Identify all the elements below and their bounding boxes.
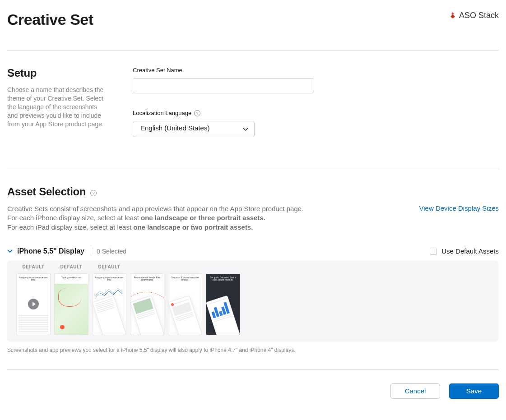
asset-thumbnail[interactable]: See posts & photos from other athletes. [168, 273, 202, 335]
asset-item: DEFAULT Analyze your performance over ti… [16, 264, 51, 335]
asset-item: Run or ride with friends. Earn achieveme… [130, 264, 164, 335]
localization-language-select[interactable]: English (United States) [133, 121, 255, 137]
cancel-button[interactable]: Cancel [390, 383, 440, 399]
asset-selection-description: Creative Sets consist of screenshots and… [7, 204, 303, 232]
use-default-assets-row[interactable]: Use Default Assets [430, 247, 499, 255]
asset-thumbnail[interactable]: Run or ride with friends. Earn achieveme… [130, 273, 164, 335]
asset-thumbnail-video[interactable]: Analyze your performance over time. [16, 273, 51, 335]
view-device-sizes-link[interactable]: View Device Display Sizes [419, 204, 499, 212]
asset-item: DEFAULT Track your ride or run. [54, 264, 88, 335]
asset-item: See posts & photos from other athletes. [168, 264, 202, 335]
asset-default-label: DEFAULT [98, 264, 121, 272]
brand-logo-icon [449, 12, 456, 19]
selection-count: 0 Selected [91, 248, 126, 255]
asset-item: Set goals. Get perks. Start a plan. All … [206, 264, 240, 335]
brand-text: ASO Stack [459, 11, 499, 20]
asset-thumbnail[interactable]: Set goals. Get perks. Start a plan. All … [206, 273, 240, 335]
help-icon[interactable]: ? [194, 110, 200, 116]
disclosure-toggle[interactable] [7, 249, 13, 253]
gallery-note: Screenshots and app previews you select … [7, 347, 499, 353]
asset-selection-section: Asset Selection ? Creative Sets consist … [7, 169, 499, 369]
localization-language-label: Localization Language ? [133, 110, 200, 116]
brand: ASO Stack [449, 11, 499, 20]
asset-item: DEFAULT Analyze your performance over ti… [92, 264, 126, 335]
page-header: Creative Set ASO Stack [7, 0, 499, 50]
display-size-title: iPhone 5.5" Display [17, 247, 84, 255]
creative-set-name-input[interactable] [133, 78, 314, 93]
creative-set-name-label: Creative Set Name [133, 67, 499, 74]
save-button[interactable]: Save [449, 383, 499, 399]
asset-thumbnail[interactable]: Track your ride or run. [54, 273, 88, 335]
setup-description: Choose a name that describes the theme o… [7, 86, 104, 128]
page-title: Creative Set [7, 11, 93, 28]
footer-actions: Cancel Save [7, 370, 499, 412]
asset-default-label: DEFAULT [23, 264, 45, 272]
asset-default-label: DEFAULT [60, 264, 83, 272]
play-icon [28, 299, 39, 309]
setup-section: Setup Choose a name that describes the t… [7, 51, 499, 169]
asset-thumbnail[interactable]: Analyze your performance over time. [92, 273, 126, 335]
use-default-assets-label: Use Default Assets [441, 247, 499, 255]
use-default-assets-checkbox[interactable] [430, 248, 437, 255]
help-icon[interactable]: ? [90, 190, 97, 196]
setup-title: Setup [7, 67, 104, 79]
asset-gallery: DEFAULT Analyze your performance over ti… [7, 261, 499, 342]
asset-selection-title: Asset Selection [7, 185, 86, 198]
